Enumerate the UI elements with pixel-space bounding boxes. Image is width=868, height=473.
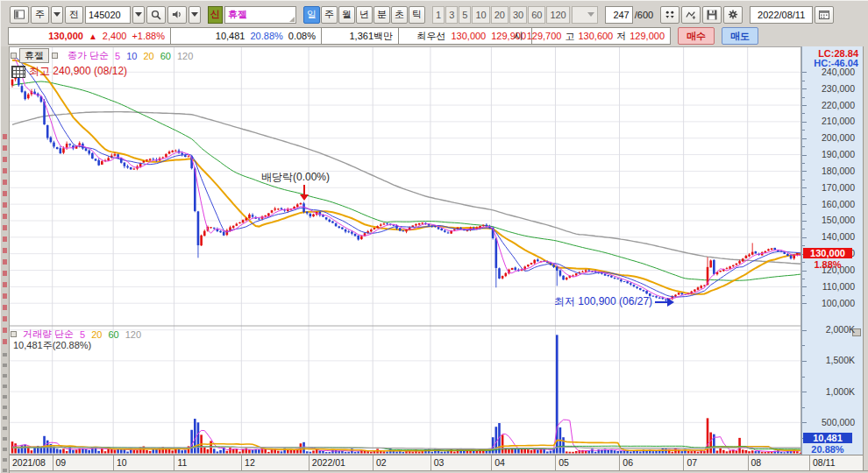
time-axis-separator [748, 455, 749, 471]
time-axis[interactable]: 2021/08091011122022/010203040506070808/1… [9, 455, 863, 470]
speaker-dropdown[interactable] [189, 6, 201, 24]
chart-type-dropdown[interactable] [51, 6, 63, 24]
volume-value: 10,481 [216, 31, 245, 41]
price-axis-tick: 190,000 [802, 149, 855, 159]
axis-tick-mark [802, 229, 805, 229]
ma-legend-5: 5 [115, 51, 120, 61]
axis-tick-mark [802, 105, 807, 106]
axis-tick-mark [802, 97, 805, 98]
price-axis-tick: 210,000 [802, 116, 855, 126]
price-axis-tick: 230,000 [802, 83, 855, 94]
date-input[interactable]: 2022/08/11 [750, 6, 813, 24]
low-label: 저 [616, 30, 626, 43]
ma-legend-10: 10 [126, 51, 137, 61]
pane-expand-icon[interactable] [52, 53, 58, 59]
window-right-margin [863, 46, 868, 473]
volume-axis-tick: 1,000K [802, 386, 855, 397]
ma-legend-120: 120 [125, 329, 141, 340]
axis-tick-mark [802, 204, 807, 205]
high-label: 고 [565, 30, 574, 43]
ma-legend-5: 5 [80, 329, 85, 340]
interval-button-3[interactable]: 3 [445, 6, 458, 24]
axis-tick-mark [802, 122, 807, 123]
axis-tick-mark [802, 330, 807, 331]
search-icon[interactable] [146, 6, 166, 24]
indicator-line-icon[interactable] [681, 6, 701, 24]
current-price-badge: 130,000 [803, 248, 852, 258]
axis-tick-mark [802, 187, 807, 188]
interval-button-60[interactable]: 60 [528, 6, 545, 24]
sell-button[interactable]: 매도 [722, 27, 758, 45]
volume-info-label: 10,481주(20.88%) [13, 339, 91, 352]
chart-type-button[interactable]: 주 [31, 6, 49, 24]
candlestick-volume-canvas[interactable] [9, 46, 801, 455]
period-button-주[interactable]: 주 [321, 6, 338, 24]
period-button-틱[interactable]: 틱 [409, 6, 425, 24]
interval-button-5[interactable]: 5 [459, 6, 471, 24]
resize-grip-icon [289, 17, 295, 22]
axis-tick-mark [802, 286, 807, 287]
interval-button-120[interactable]: 120 [546, 6, 569, 24]
interval-button-10[interactable]: 10 [472, 6, 489, 24]
interval-button-30[interactable]: 30 [509, 6, 527, 24]
axis-tick-mark [802, 392, 807, 392]
period-button-월[interactable]: 월 [338, 6, 355, 24]
trade-amount: 1,361백만 [349, 30, 393, 43]
price-axis-tick: 160,000 [802, 199, 855, 209]
ma-legend-60: 60 [108, 329, 118, 340]
price-change-pct: +1.88% [132, 31, 165, 41]
ma-legend-60: 60 [160, 51, 171, 61]
prev-stock-button[interactable]: 전 [65, 6, 83, 24]
time-axis-label: 08/11 [813, 457, 836, 468]
buy-button[interactable]: 매수 [678, 27, 715, 45]
time-axis-label: 2021/08 [12, 457, 46, 468]
period-button-분[interactable]: 분 [374, 6, 390, 24]
drag-grid-icon[interactable] [11, 66, 25, 78]
background-red-marks [3, 134, 7, 349]
speaker-icon[interactable] [167, 6, 187, 24]
stock-name-field[interactable]: 휴젤 [224, 6, 296, 24]
interval-button-1[interactable]: 1 [432, 6, 445, 24]
price-axis-panel[interactable]: LC:28.84 HC:-46.04 100,000110,000120,000… [801, 46, 863, 455]
open-price: 129,700 [527, 31, 562, 41]
axis-tick-mark [802, 303, 807, 304]
stock-code-dropdown[interactable] [132, 6, 145, 24]
axis-tick-mark [802, 72, 807, 73]
time-axis-separator [309, 455, 309, 471]
time-axis-label: 02 [376, 457, 387, 468]
pane-stock-chip[interactable]: 휴젤 [19, 48, 49, 63]
axis-tick-mark [802, 245, 805, 246]
period-button-초[interactable]: 초 [391, 6, 408, 24]
period-button-년[interactable]: 년 [356, 6, 373, 24]
interval-button-20[interactable]: 20 [491, 6, 509, 24]
window-mode-icon[interactable] [10, 6, 29, 24]
stock-name-text: 휴젤 [228, 8, 247, 21]
pane-minimize-icon[interactable] [11, 53, 17, 59]
calendar-icon[interactable] [815, 6, 834, 24]
current-pct-label: 1.88% [803, 259, 852, 270]
axis-tick-mark [802, 81, 805, 81]
axis-tick-mark [802, 295, 805, 296]
interval-custom-dropdown[interactable] [572, 6, 598, 24]
axis-tick-mark [802, 279, 805, 279]
time-axis-label: 10 [117, 457, 127, 468]
price-axis-tick: 110,000 [802, 281, 855, 292]
axis-tick-mark [802, 155, 807, 156]
volume-axis-tick: 1,500K [802, 355, 855, 365]
compare-stocks-icon[interactable] [660, 6, 679, 24]
axis-tick-mark [802, 361, 807, 362]
chart-plot[interactable]: 휴젤 종가 단순 5102060120 최고 240,900 (08/12) 배… [9, 46, 801, 455]
settings-gear-icon[interactable] [723, 6, 743, 24]
bar-count-input[interactable]: 247 [605, 6, 633, 24]
volume-pane-minimize-icon[interactable] [11, 331, 17, 337]
time-axis-label: 11 [177, 457, 187, 468]
ma-legend-20: 20 [143, 51, 153, 61]
best-quote-label: 최우선 [416, 30, 445, 43]
save-icon[interactable] [702, 6, 722, 24]
period-button-일[interactable]: 일 [303, 6, 320, 24]
price-axis-tick: 240,000 [802, 67, 855, 77]
stock-code-input[interactable]: 145020 [85, 6, 131, 24]
time-axis-label: 12 [245, 457, 255, 468]
axis-tick-mark [802, 146, 805, 147]
price-axis-tick: 200,000 [802, 132, 855, 143]
